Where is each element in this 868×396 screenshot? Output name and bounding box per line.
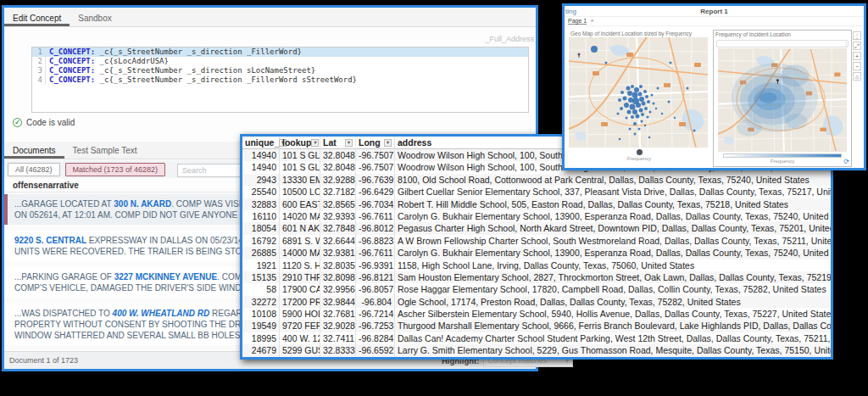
filter-all-button[interactable]: All (46282) (8, 163, 60, 176)
panel-menu-icon[interactable]: ⋮ (843, 41, 849, 47)
add-page-icon[interactable]: + (590, 18, 594, 25)
tab-documents[interactable]: Documents (4, 142, 64, 159)
report-window: ting Report 1 Page 1 + Geo Map of Incide… (562, 3, 866, 170)
filter-dropdown-icon[interactable]: ▾ (384, 139, 392, 147)
table-row[interactable]: 10108 5900 HOL 32.7681 -96.7214 Ascher S… (242, 308, 831, 320)
col-header-lat[interactable]: Lat ▾ (320, 137, 356, 149)
table-row[interactable]: 58 17900 CAM 32.9956 -96.8057 Rose Hagga… (242, 283, 831, 295)
report-page-bar: Page 1 + (565, 17, 864, 26)
cell-unique: 14940 (242, 161, 280, 173)
table-row[interactable]: 18054 601 N AKA 32.7848 -96.8012 Pegasus… (242, 222, 831, 234)
cell-lookup: 17900 CAM (280, 283, 320, 295)
tab-test-sample-text[interactable]: Test Sample Text (64, 142, 146, 159)
cell-lat: 32.9028 (320, 320, 356, 332)
table-row[interactable]: 16110 14020 MA 32.9393 -96.7611 Carolyn … (242, 210, 831, 222)
table-row[interactable]: 1921 1120 S. HI 32.8035 -96.9391 1158, H… (242, 259, 831, 271)
table-row[interactable]: 32883 600 EAST L 32.8565 -96.7034 Robert… (242, 198, 831, 210)
cell-unique: 25540 (242, 186, 280, 198)
legend-label: Frequency (569, 156, 709, 161)
table-row[interactable]: 19549 9720 FERR 32.9028 -96.7253 Thurgoo… (242, 320, 831, 332)
cell-long: -96.7507 (356, 161, 395, 173)
concept-code-editor[interactable]: 1 C_CONCEPT: _c{_s_StreetNumber _s_direc… (31, 47, 529, 113)
geo-map-panel[interactable]: Geo Map of Incident Location sized by Fr… (569, 30, 709, 165)
cell-lookup: 600 EAST L (280, 198, 320, 210)
cell-long: -96.8012 (356, 222, 395, 234)
code-line[interactable]: 2 C_CONCEPT: _c{sLocAddrUSA} (32, 57, 528, 66)
bubble-legend: Frequency (569, 149, 709, 161)
heat-map-canvas[interactable] (718, 48, 847, 152)
cell-lat: 32.7411 (320, 332, 356, 344)
screenshot-stage: Edit Concept Sandbox _Full_Address 1 C_C… (0, 0, 868, 396)
zoom-in-icon[interactable]: + (853, 52, 861, 60)
cell-lookup: 10500 LON (280, 186, 320, 198)
panel-menu-icon[interactable]: ⋮ (853, 31, 861, 40)
geo-map-title: Geo Map of Incident Location sized by Fr… (569, 30, 709, 37)
cell-lat: 32.9844 (320, 296, 356, 308)
code-line[interactable]: 3 C_CONCEPT: _c{_s_StreetNumber _s_direc… (32, 66, 528, 75)
table-row[interactable]: 16792 6891 S. W 32.6644 -96.8823 A W Bro… (242, 235, 831, 247)
cell-long: -96.7253 (356, 320, 395, 332)
filter-dropdown-icon[interactable]: ▾ (311, 139, 319, 147)
cell-address: Carolyn G. Bukhair Elementary School, 13… (395, 210, 831, 222)
cell-unique: 18995 (242, 332, 280, 344)
tab-sandbox[interactable]: Sandbox (70, 9, 120, 26)
document-position-label: Document 1 of 1723 (4, 356, 78, 365)
table-body: 14940 101 S GLA 32.8048 -96.7507 Woodrow… (242, 149, 831, 357)
geo-map-canvas[interactable] (569, 37, 708, 148)
code-text: C_CONCEPT: _c{sLocAddrUSA} (46, 57, 169, 66)
refresh-icon[interactable]: ⟳ (843, 159, 849, 165)
table-row[interactable]: 26885 14000 MA 32.9381 -96.7611 Carolyn … (242, 247, 831, 259)
concept-match-address: 9220 S. CENTRAL (14, 236, 86, 245)
code-status: ✓ Code is valid (13, 118, 75, 127)
table-row[interactable]: 18995 400 W. 12 32.7411 -96.8284 Dallas … (242, 332, 831, 344)
cell-unique: 14940 (242, 149, 280, 161)
code-status-text: Code is valid (26, 118, 75, 127)
cell-unique: 19549 (242, 320, 280, 332)
cell-lookup: 13330 EM (280, 174, 320, 186)
cell-unique: 26885 (242, 247, 280, 259)
cell-lookup: 14020 MA (280, 210, 320, 222)
map-filter-bar[interactable]: ⋮ (716, 40, 849, 47)
cell-lat: 32.9288 (320, 174, 356, 186)
col-header-lookup[interactable]: lookup ▾ (280, 137, 320, 149)
tab-edit-concept[interactable]: Edit Concept (4, 9, 70, 26)
cell-unique: 10108 (242, 308, 280, 320)
cell-lookup: 101 S GLA (280, 161, 320, 173)
cell-long: -96.804 (356, 296, 395, 308)
home-icon[interactable]: ⌂ (853, 72, 861, 81)
cell-lat: 32.7182 (320, 186, 356, 198)
concept-match-address: 3227 MCKINNEY AVENUE (114, 272, 218, 282)
table-row[interactable]: 2943 13330 EM 32.9288 -96.7639 8100, Old… (242, 174, 831, 186)
cell-unique: 18054 (242, 222, 280, 234)
col-header-unique[interactable]: unique_ ▾ (242, 137, 280, 149)
page-tab[interactable]: Page 1 (568, 18, 587, 25)
frequency-gradient-icon (723, 153, 842, 158)
cell-lat: 32.6644 (320, 235, 356, 247)
table-row[interactable]: 25540 10500 LON 32.7182 -96.6429 Gilbert… (242, 186, 831, 198)
table-row[interactable]: 24679 5299 GUS 32.8333 -96.6592 Larry G.… (242, 344, 831, 356)
cell-lookup: 5900 HOL (280, 308, 320, 320)
cell-long: -96.8284 (356, 332, 395, 344)
cell-long: -96.7034 (356, 198, 395, 210)
expand-icon[interactable]: ⤢ (853, 42, 861, 50)
filter-matched-button[interactable]: Matched (1723 of 46282) (65, 163, 166, 176)
cell-long: -96.7214 (356, 308, 395, 320)
code-line[interactable]: 4 C_CONCEPT: _c{_s_StreetNumber _s_direc… (32, 75, 528, 85)
table-row[interactable]: 15135 2910 THRO 32.8098 -96.8121 Sam Hou… (242, 271, 831, 283)
cell-long: -96.8121 (356, 271, 395, 283)
cell-unique: 32272 (242, 296, 280, 308)
cell-address: Dallas Can! Academy Charter School Stude… (395, 332, 831, 344)
cell-long: -96.6592 (356, 344, 395, 356)
cell-lat: 32.8333 (320, 344, 356, 356)
col-header-long[interactable]: Long ▾ (356, 137, 395, 149)
heat-map-panel[interactable]: Frequency of Incident Location ⋮ (713, 30, 852, 167)
code-text: C_CONCEPT: _c{_s_StreetNumber _s_directi… (46, 75, 357, 85)
cell-long: -96.7611 (356, 210, 395, 222)
filter-dropdown-icon[interactable]: ▾ (345, 139, 353, 147)
table-row[interactable]: 32272 17200 PRE 32.9844 -96.804 Ogle Sch… (242, 296, 831, 308)
code-line[interactable]: 1 C_CONCEPT: _c{_s_StreetNumber _s_direc… (32, 47, 528, 57)
zoom-out-icon[interactable]: − (853, 62, 861, 70)
panel-toolbar: ⋮ ⤢ + − ⌂ (853, 31, 861, 81)
cell-lat: 32.8048 (320, 149, 356, 161)
gradient-legend: Frequency (714, 153, 851, 164)
